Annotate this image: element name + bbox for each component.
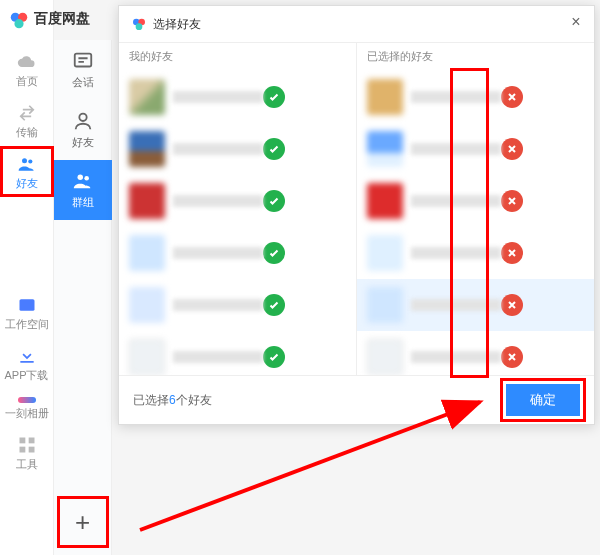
dialog-footer: 已选择6个好友 确定 [119,376,594,424]
svg-rect-10 [74,54,91,67]
selected-row [357,279,594,331]
chat-icon [72,50,94,72]
selected-row [357,227,594,279]
selection-count: 6 [169,393,176,407]
nav-workspace[interactable]: 工作空间 [0,287,54,338]
avatar [129,131,165,167]
selected-friends-pane: 已选择的好友 [356,43,594,375]
friend-name [173,351,263,363]
friend-name [411,143,501,155]
selected-check-icon[interactable] [263,190,285,212]
nav-album-label: 一刻相册 [5,406,49,421]
svg-rect-7 [28,438,34,444]
avatar [129,339,165,375]
primary-sidebar: 百度网盘 首页 传输 好友 工作空间 APP下载 一刻相册 工具 [0,0,54,555]
secondary-sidebar: 会话 好友 群组 + [54,40,112,555]
friend-row[interactable] [119,227,356,279]
selected-check-icon[interactable] [263,242,285,264]
my-friends-list [119,71,356,375]
dialog-close-button[interactable]: × [566,12,586,32]
svg-rect-6 [19,438,25,444]
dialog-title: 选择好友 [153,16,201,33]
transfer-icon [17,103,37,123]
friend-name [411,299,501,311]
nav-transfer[interactable]: 传输 [0,95,54,146]
nav-home-label: 首页 [16,74,38,89]
baidu-netdisk-logo-icon [131,16,147,32]
remove-friend-button[interactable] [501,138,523,160]
svg-rect-5 [19,299,34,311]
svg-point-4 [28,159,32,163]
svg-point-16 [136,23,143,30]
selected-check-icon[interactable] [263,138,285,160]
selected-friends-list [357,71,594,375]
friend-row[interactable] [119,331,356,375]
nav-home[interactable]: 首页 [0,44,54,95]
avatar [129,235,165,271]
add-button[interactable]: + [60,499,106,545]
subnav-friends[interactable]: 好友 [54,100,112,160]
svg-point-11 [79,114,86,121]
friend-name [173,195,263,207]
friend-name [411,247,501,259]
avatar [129,287,165,323]
selected-row [357,123,594,175]
cloud-icon [17,52,37,72]
nav-tools[interactable]: 工具 [0,427,54,478]
selection-suffix: 个好友 [176,393,212,407]
avatar [129,79,165,115]
selected-check-icon[interactable] [263,294,285,316]
avatar [367,183,403,219]
friend-name [173,299,263,311]
nav-appdl-label: APP下载 [4,368,48,383]
download-icon [17,346,37,366]
friend-row[interactable] [119,175,356,227]
friend-row[interactable] [119,71,356,123]
subnav-chat[interactable]: 会话 [54,40,112,100]
avatar [367,131,403,167]
friend-row[interactable] [119,279,356,331]
avatar [129,183,165,219]
selected-check-icon[interactable] [263,86,285,108]
remove-friend-button[interactable] [501,242,523,264]
nav-tools-label: 工具 [16,457,38,472]
friend-name [173,91,263,103]
select-friends-dialog: 选择好友 × 我的好友 已选择的好友 [118,5,595,425]
selection-prefix: 已选择 [133,393,169,407]
avatar [367,79,403,115]
remove-friend-button[interactable] [501,190,523,212]
nav-friends[interactable]: 好友 [0,146,54,197]
nav-friends-label: 好友 [16,176,38,191]
svg-point-2 [14,19,23,28]
remove-friend-button[interactable] [501,346,523,368]
nav-appdl[interactable]: APP下载 [0,338,54,389]
nav-album[interactable]: 一刻相册 [0,389,54,427]
friend-name [411,195,501,207]
dialog-body: 我的好友 已选择的好友 [119,42,594,376]
workspace-icon [17,295,37,315]
baidu-netdisk-logo-icon [8,9,30,31]
subnav-chat-label: 会话 [72,75,94,90]
friend-name [173,143,263,155]
my-friends-pane: 我的好友 [119,43,356,375]
person-icon [72,110,94,132]
selected-row [357,175,594,227]
svg-point-13 [84,176,89,181]
svg-point-3 [22,158,27,163]
friend-row[interactable] [119,123,356,175]
friend-name [411,351,501,363]
selection-count-text: 已选择6个好友 [133,392,212,409]
avatar [367,235,403,271]
group-icon [72,170,94,192]
my-friends-header: 我的好友 [119,43,356,71]
remove-friend-button[interactable] [501,294,523,316]
remove-friend-button[interactable] [501,86,523,108]
nav-workspace-label: 工作空间 [5,317,49,332]
selected-check-icon[interactable] [263,346,285,368]
app-name: 百度网盘 [34,10,90,28]
subnav-groups[interactable]: 群组 [54,160,112,220]
svg-point-12 [77,175,83,181]
svg-rect-9 [28,447,34,453]
confirm-button[interactable]: 确定 [506,384,580,416]
svg-rect-8 [19,447,25,453]
